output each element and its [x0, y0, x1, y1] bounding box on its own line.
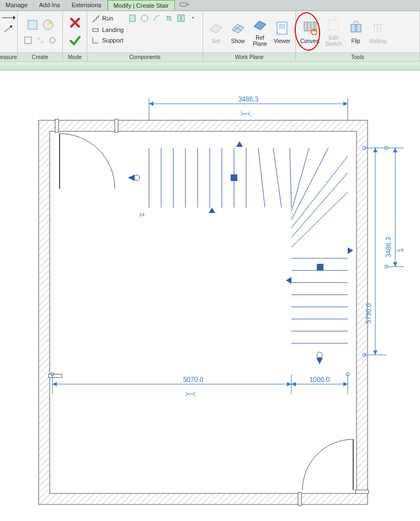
svg-text:3486.3: 3486.3: [238, 95, 259, 103]
panel-title-tools: Tools: [296, 52, 419, 61]
tab-manage[interactable]: Manage: [0, 0, 34, 10]
svg-text:5730.0: 5730.0: [365, 303, 373, 323]
ribbon-tabs: Manage Add-Ins Extensions Modify | Creat…: [0, 0, 420, 11]
measure-icon-2[interactable]: [3, 25, 14, 34]
set-icon: [208, 20, 224, 36]
create-small-2[interactable]: [35, 35, 46, 46]
svg-rect-73: [317, 264, 323, 270]
support-label: Support: [102, 37, 124, 44]
viewer-button[interactable]: Viewer: [272, 19, 293, 45]
reference-points: [51, 146, 388, 376]
svg-rect-26: [351, 24, 355, 32]
svg-rect-39: [55, 119, 59, 132]
flip-label: Flip: [352, 38, 360, 44]
viewer-icon: [274, 20, 290, 36]
run-type-1[interactable]: [127, 13, 138, 24]
refplane-label: Ref Plane: [253, 35, 267, 47]
run-type-3[interactable]: [151, 13, 162, 24]
svg-rect-25: [328, 20, 338, 30]
svg-rect-42: [298, 492, 301, 506]
svg-rect-36: [39, 120, 368, 504]
svg-line-55: [258, 148, 265, 208]
convert-icon: [302, 20, 318, 36]
svg-point-11: [141, 15, 148, 22]
drawing-canvas[interactable]: 3486.3: [0, 82, 420, 521]
drawing-svg: 3486.3: [0, 82, 420, 521]
create-icon-2[interactable]: [41, 18, 55, 33]
svg-rect-7: [37, 37, 40, 40]
svg-text:24: 24: [139, 212, 145, 217]
ribbon-subbar: [0, 62, 420, 71]
run-type-4[interactable]: [163, 13, 174, 24]
landing-label: Landing: [102, 26, 124, 33]
dimension-bottom-main[interactable]: 5070.0: [52, 374, 291, 396]
cancel-icon[interactable]: [68, 16, 82, 30]
svg-rect-19: [279, 24, 285, 29]
flip-button[interactable]: Flip: [345, 19, 366, 45]
refplane-icon: [252, 17, 268, 33]
svg-line-61: [291, 173, 348, 237]
svg-line-62: [291, 192, 348, 247]
refplane-button[interactable]: Ref Plane: [249, 15, 270, 48]
svg-text:3486.3: 3486.3: [385, 237, 392, 257]
spacer: [0, 71, 420, 82]
support-icon: [91, 36, 100, 45]
measure-icon[interactable]: [2, 14, 15, 22]
tab-addins[interactable]: Add-Ins: [34, 0, 66, 10]
svg-point-4: [43, 20, 53, 30]
panel-title-workplane: Work Plane: [203, 52, 295, 61]
landing-button[interactable]: Landing: [89, 25, 200, 35]
wall-outline: [39, 119, 369, 506]
panel-title-mode: Mode: [63, 52, 87, 61]
run-type-5[interactable]: [176, 13, 187, 24]
panel-title-measure: easure: [0, 52, 17, 61]
railing-button: Railing: [368, 19, 389, 45]
editsketch-button: Edit Sketch: [323, 15, 344, 48]
create-small-1[interactable]: [23, 35, 34, 46]
panel-measure: easure: [0, 11, 18, 61]
dimension-right-upper[interactable]: 3486.3: [385, 148, 404, 267]
panel-workplane: Set Show Ref Plane Viewer Work Plane: [203, 11, 296, 61]
tab-overflow-icon[interactable]: [175, 0, 194, 10]
svg-rect-3: [28, 20, 37, 29]
tab-extensions[interactable]: Extensions: [66, 0, 108, 10]
run-type-6[interactable]: [188, 13, 199, 24]
show-icon: [230, 20, 246, 36]
show-button[interactable]: Show: [227, 19, 248, 45]
run-button[interactable]: Run: [89, 12, 200, 24]
door-top: [60, 134, 115, 189]
svg-rect-41: [49, 374, 62, 378]
panel-mode: Mode: [63, 11, 87, 61]
run-icon: [91, 14, 100, 23]
create-icon-1[interactable]: [26, 18, 39, 33]
svg-text:1000.0: 1000.0: [310, 376, 330, 384]
svg-rect-27: [357, 24, 361, 32]
door-bottom: [302, 439, 353, 490]
set-label: Set: [211, 38, 220, 44]
viewer-label: Viewer: [274, 38, 290, 44]
svg-point-2: [10, 25, 12, 28]
stair[interactable]: 24: [128, 141, 353, 364]
svg-line-58: [291, 148, 309, 211]
svg-rect-14: [182, 15, 184, 22]
create-small-3[interactable]: [47, 35, 58, 46]
svg-line-59: [291, 148, 328, 220]
dimension-bottom-right[interactable]: 1000.0: [291, 374, 348, 394]
set-button: Set: [205, 19, 226, 45]
convert-label: Convert: [300, 38, 320, 44]
dimension-top[interactable]: 3486.3: [149, 95, 348, 120]
railing-icon: [370, 20, 386, 36]
convert-button[interactable]: Convert: [298, 19, 322, 45]
show-label: Show: [231, 38, 244, 44]
svg-rect-10: [130, 15, 135, 22]
finish-icon[interactable]: [68, 34, 82, 48]
svg-line-60: [291, 156, 348, 228]
run-type-2[interactable]: [139, 13, 150, 24]
panel-title-components: Components: [87, 52, 203, 61]
run-label: Run: [102, 15, 113, 22]
tab-modify-create-stair[interactable]: Modify | Create Stair: [108, 0, 175, 10]
svg-rect-40: [115, 119, 118, 132]
support-button[interactable]: Support: [89, 35, 200, 45]
panel-components: Run Landing Support Component: [87, 11, 203, 61]
landing-icon: [91, 25, 100, 34]
